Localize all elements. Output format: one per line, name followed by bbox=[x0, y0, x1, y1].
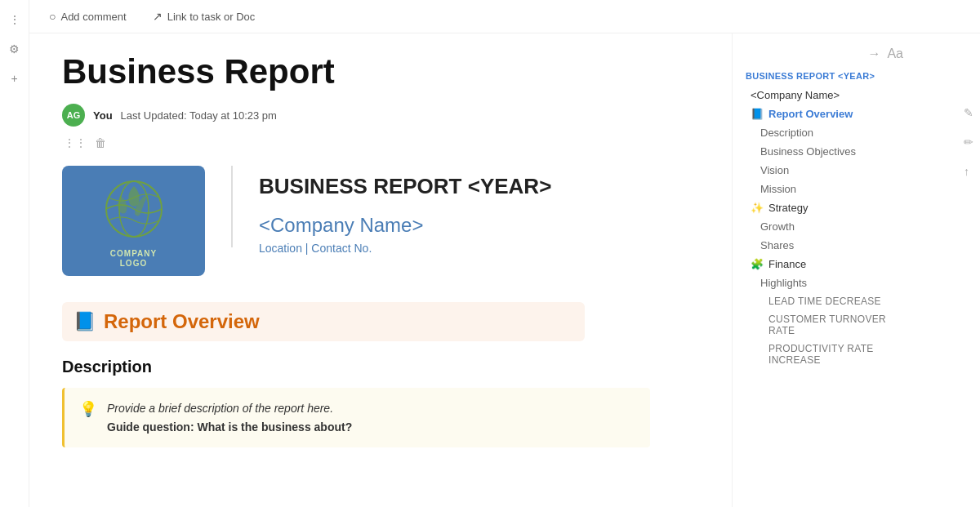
cover-card: COMPANY LOGO BUSINESS REPORT <YEAR> <Com… bbox=[62, 166, 699, 276]
right-sidebar: → Aa BUSINESS REPORT <YEAR> <Company Nam… bbox=[732, 33, 911, 507]
cover-divider bbox=[231, 166, 233, 247]
cover-location[interactable]: Location | Contact No. bbox=[259, 242, 551, 255]
last-updated-label: Last Updated: Today at 10:23 pm bbox=[121, 109, 277, 122]
author-label: You bbox=[93, 109, 113, 122]
sidebar-item-growth[interactable]: Growth bbox=[737, 217, 906, 236]
drag-icon[interactable]: ⋮⋮ bbox=[64, 136, 87, 149]
toc-label: BUSINESS REPORT <YEAR> bbox=[733, 68, 911, 86]
description-heading: Description bbox=[62, 358, 699, 376]
sidebar-item-customer-turnover[interactable]: CUSTOMER TURNOVER RATE bbox=[737, 310, 906, 340]
sidebar-item-report-overview[interactable]: 📘 Report Overview bbox=[737, 105, 906, 123]
finance-emoji: 🧩 bbox=[751, 258, 764, 270]
add-block-icon[interactable]: + bbox=[5, 69, 24, 88]
report-overview-nav-emoji: 📘 bbox=[751, 108, 764, 120]
logo-text: COMPANY LOGO bbox=[110, 249, 157, 269]
collapse-icon[interactable]: → bbox=[867, 47, 880, 61]
sidebar-item-strategy[interactable]: ✨ Strategy bbox=[737, 198, 906, 217]
callout-box: 💡 Provide a brief description of the rep… bbox=[62, 388, 650, 447]
sidebar-item-vision[interactable]: Vision bbox=[737, 161, 906, 180]
meta-row: AG You Last Updated: Today at 10:23 pm bbox=[62, 104, 699, 127]
text-format-icon[interactable]: Aa bbox=[887, 47, 903, 61]
sidebar-item-finance[interactable]: 🧩 Finance bbox=[737, 255, 906, 274]
main-content: ○ Add comment ↗ Link to task or Doc Busi… bbox=[29, 0, 980, 507]
content-wrapper: Business Report AG You Last Updated: Tod… bbox=[29, 33, 980, 507]
report-overview-header: 📘 Report Overview bbox=[62, 302, 585, 341]
drag-handle-icon[interactable]: ⋮ bbox=[5, 10, 24, 29]
sidebar-item-description[interactable]: Description bbox=[737, 123, 906, 142]
sidebar-item-lead-time[interactable]: LEAD TIME DECREASE bbox=[737, 292, 906, 310]
cover-report-title: BUSINESS REPORT <YEAR> bbox=[259, 174, 551, 199]
link-to-task-button[interactable]: ↗ Link to task or Doc bbox=[146, 7, 262, 26]
avatar: AG bbox=[62, 104, 85, 127]
edit-row: ⋮⋮ 🗑 bbox=[62, 136, 699, 149]
sidebar-item-business-objectives[interactable]: Business Objectives bbox=[737, 142, 906, 161]
callout-text[interactable]: Provide a brief description of the repor… bbox=[107, 399, 352, 436]
add-comment-button[interactable]: ○ Add comment bbox=[42, 7, 133, 26]
sidebar-item-shares[interactable]: Shares bbox=[737, 236, 906, 255]
sidebar-item-mission[interactable]: Mission bbox=[737, 180, 906, 198]
page-title: Business Report bbox=[62, 53, 699, 91]
cover-info: BUSINESS REPORT <YEAR> <Company Name> Lo… bbox=[259, 166, 551, 255]
delete-icon[interactable]: 🗑 bbox=[95, 136, 106, 149]
settings-icon[interactable]: ⚙ bbox=[5, 39, 24, 59]
company-logo-box: COMPANY LOGO bbox=[62, 166, 205, 276]
report-overview-emoji: 📘 bbox=[74, 311, 96, 332]
left-toolbar: ⋮ ⚙ + bbox=[0, 0, 29, 507]
sidebar-item-productivity-rate[interactable]: PRODUCTIVITY RATE INCREASE bbox=[737, 340, 906, 369]
sidebar-item-company-name[interactable]: <Company Name> bbox=[737, 86, 906, 105]
cover-company-name[interactable]: <Company Name> bbox=[259, 214, 551, 237]
comment-icon: ○ bbox=[49, 10, 56, 23]
sidebar-item-highlights[interactable]: Highlights bbox=[737, 274, 906, 292]
strategy-emoji: ✨ bbox=[751, 202, 764, 214]
document-area: Business Report AG You Last Updated: Tod… bbox=[29, 33, 732, 507]
sidebar-top-icons: → Aa bbox=[733, 47, 911, 68]
link-icon: ↗ bbox=[153, 10, 163, 23]
callout-icon: 💡 bbox=[79, 400, 97, 418]
top-toolbar: ○ Add comment ↗ Link to task or Doc bbox=[29, 0, 980, 33]
company-logo-svg bbox=[97, 174, 171, 247]
report-overview-title: Report Overview bbox=[104, 310, 260, 333]
